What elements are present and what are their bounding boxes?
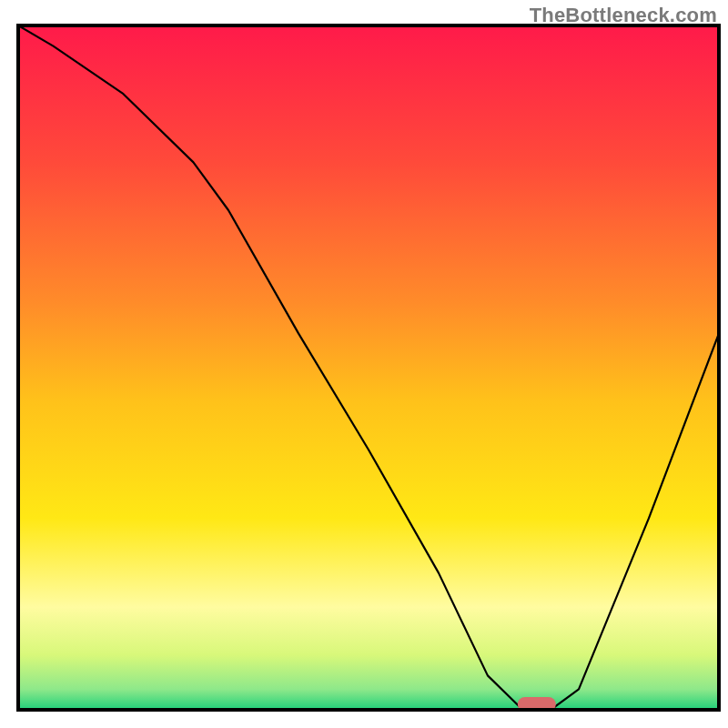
bottleneck-chart bbox=[0, 0, 728, 728]
gradient-background bbox=[18, 25, 719, 710]
watermark-text: TheBottleneck.com bbox=[530, 4, 717, 27]
